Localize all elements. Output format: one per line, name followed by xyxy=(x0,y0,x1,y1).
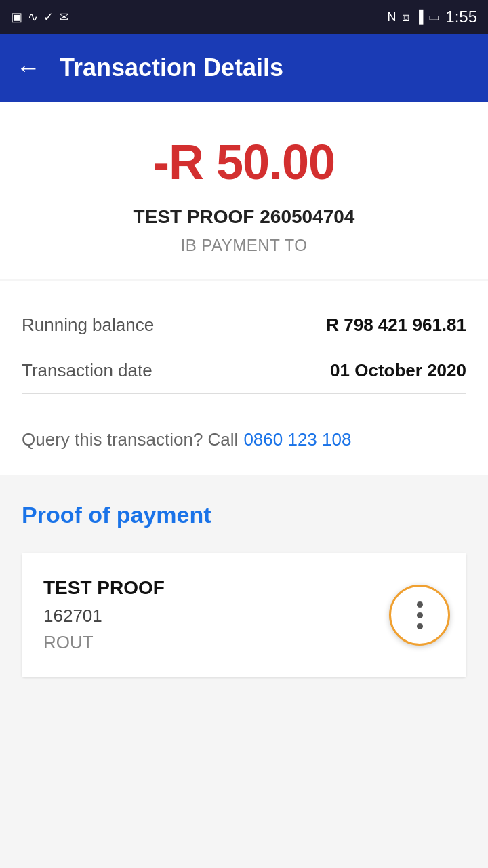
back-button[interactable]: ← xyxy=(16,56,41,80)
query-section: Query this transaction? Call 0860 123 10… xyxy=(22,413,466,475)
transaction-name: TEST PROOF 260504704 xyxy=(22,206,466,228)
check-icon: ✓ xyxy=(43,9,54,24)
page-title: Transaction Details xyxy=(60,54,283,82)
status-bar: ▣ ∿ ✓ ✉ N ⧈ ▐ ▭ 1:55 xyxy=(0,0,488,34)
status-bar-left: ▣ ∿ ✓ ✉ xyxy=(11,9,69,24)
transaction-type: IB PAYMENT TO xyxy=(22,236,466,255)
nfc-icon: N xyxy=(388,10,396,24)
bluetooth-icon: ⧈ xyxy=(402,10,409,24)
amount-section: -R 50.00 TEST PROOF 260504704 IB PAYMENT… xyxy=(0,102,488,279)
status-time: 1:55 xyxy=(445,7,477,26)
running-balance-label: Running balance xyxy=(22,315,154,336)
details-section: Running balance R 798 421 961.81 Transac… xyxy=(0,281,488,475)
proof-of-payment-section: Proof of payment TEST PROOF 162701 ROUT xyxy=(0,475,488,699)
battery-icon: ▭ xyxy=(428,9,440,24)
proof-info: TEST PROOF 162701 ROUT xyxy=(43,577,445,653)
status-bar-right: N ⧈ ▐ ▭ 1:55 xyxy=(388,7,477,26)
app-header: ← Transaction Details xyxy=(0,34,488,102)
running-balance-value: R 798 421 961.81 xyxy=(326,315,466,336)
mail-icon: ✉ xyxy=(59,9,69,24)
proof-code: ROUT xyxy=(43,632,445,653)
section-divider xyxy=(22,393,466,394)
dots-icon xyxy=(417,601,423,629)
sim-icon: ▣ xyxy=(11,9,22,24)
proof-of-payment-title: Proof of payment xyxy=(22,502,466,528)
more-options-button[interactable] xyxy=(389,585,450,646)
transaction-amount: -R 50.00 xyxy=(22,134,466,190)
transaction-date-value: 01 October 2020 xyxy=(330,360,466,381)
proof-number: 162701 xyxy=(43,606,445,627)
main-content: -R 50.00 TEST PROOF 260504704 IB PAYMENT… xyxy=(0,102,488,868)
proof-card: TEST PROOF 162701 ROUT xyxy=(22,553,466,677)
proof-name: TEST PROOF xyxy=(43,577,445,599)
query-text: Query this transaction? Call xyxy=(22,429,238,450)
running-balance-row: Running balance R 798 421 961.81 xyxy=(22,302,466,348)
wifi-icon: ∿ xyxy=(28,9,38,24)
signal-icon: ▐ xyxy=(415,10,424,24)
phone-number[interactable]: 0860 123 108 xyxy=(243,429,351,450)
transaction-date-label: Transaction date xyxy=(22,360,152,381)
transaction-date-row: Transaction date 01 October 2020 xyxy=(22,348,466,393)
